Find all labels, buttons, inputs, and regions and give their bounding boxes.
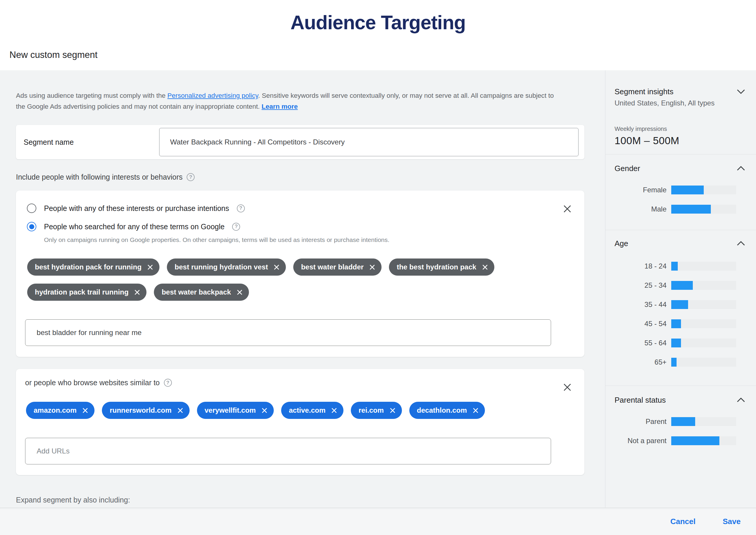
remove-icon[interactable]	[369, 265, 375, 270]
age-section: Age 18 - 24 25 - 34 35 - 44	[606, 230, 756, 386]
url-chip-label: verywellfit.com	[205, 406, 256, 414]
chevron-down-icon[interactable]	[737, 89, 745, 96]
url-chip[interactable]: amazon.com	[26, 402, 94, 419]
policy-disclaimer: Ads using audience targeting must comply…	[16, 90, 565, 112]
url-chip[interactable]: rei.com	[351, 402, 402, 419]
bar-fill	[671, 417, 695, 426]
websites-section-label-text: or people who browse websites similar to	[25, 379, 160, 387]
help-icon[interactable]: ?	[187, 173, 195, 181]
bar-fill	[671, 262, 678, 270]
keyword-chip-label: hydration pack trail running	[35, 288, 128, 296]
age-row: 55 - 64	[614, 333, 745, 352]
remove-icon[interactable]	[274, 265, 279, 270]
help-icon[interactable]: ?	[232, 223, 240, 231]
option-search-terms-label: People who searched for any of these ter…	[44, 222, 225, 231]
gender-title: Gender	[614, 164, 640, 173]
help-icon[interactable]: ?	[237, 205, 245, 212]
expand-segment-label: Expand segment by also including:	[16, 496, 130, 504]
remove-icon[interactable]	[134, 290, 140, 295]
search-terms-note: Only on campaigns running on Google prop…	[44, 236, 390, 243]
remove-icon[interactable]	[148, 265, 153, 270]
keyword-chip[interactable]: best hydration pack for running	[27, 259, 159, 276]
segment-name-input[interactable]	[159, 128, 579, 156]
add-urls-input[interactable]	[25, 438, 551, 465]
radio-selected-icon[interactable]	[27, 222, 36, 231]
keyword-chip[interactable]: best running hydration vest	[167, 259, 286, 276]
audience-targeting-screen: Audience Targeting New custom segment Ad…	[0, 0, 756, 535]
bar-track	[671, 300, 736, 309]
keyword-chip[interactable]: the best hydration pack	[389, 259, 494, 276]
learn-more-link[interactable]: Learn more	[262, 103, 298, 110]
personalized-advertising-policy-link[interactable]: Personalized advertising policy	[168, 92, 258, 99]
remove-icon[interactable]	[82, 408, 88, 413]
bar-track	[671, 417, 736, 426]
parental-status-title: Parental status	[614, 396, 666, 405]
bar-fill	[671, 436, 719, 445]
chevron-up-icon[interactable]	[737, 397, 745, 404]
keyword-chip[interactable]: best water bladder	[293, 259, 382, 276]
chevron-up-icon[interactable]	[737, 166, 745, 172]
remove-icon[interactable]	[262, 408, 267, 413]
bar-label: Male	[614, 205, 671, 213]
bar-track	[671, 262, 736, 270]
bar-label: Parent	[614, 417, 671, 426]
bar-track	[671, 185, 736, 194]
bar-label: 18 - 24	[614, 262, 671, 270]
keyword-chip-label: the best hydration pack	[397, 263, 476, 271]
bar-track	[671, 436, 736, 445]
bar-label: Not a parent	[614, 436, 671, 445]
bar-track	[671, 281, 736, 290]
remove-icon[interactable]	[390, 408, 395, 413]
remove-icon[interactable]	[482, 265, 488, 270]
remove-icon[interactable]	[473, 408, 478, 413]
keyword-input[interactable]	[25, 319, 551, 346]
age-row: 18 - 24	[614, 256, 745, 276]
bar-track	[671, 319, 736, 328]
remove-icon[interactable]	[177, 408, 183, 413]
dialog-footer: Cancel Save	[0, 508, 756, 535]
bar-track	[671, 205, 736, 213]
chevron-up-icon[interactable]	[737, 241, 745, 247]
url-chip[interactable]: active.com	[281, 402, 343, 419]
help-icon[interactable]: ?	[164, 379, 172, 387]
bar-track	[671, 358, 736, 367]
parental-status-section: Parental status Parent Not a parent	[606, 386, 756, 450]
bar-label: 45 - 54	[614, 320, 671, 328]
websites-section-label: or people who browse websites similar to…	[25, 379, 172, 387]
option-search-terms-row: People who searched for any of these ter…	[27, 222, 240, 231]
segment-insights-panel: Segment insights United States, English,…	[605, 70, 756, 508]
radio-unselected-icon[interactable]	[27, 204, 36, 213]
insights-header-section: Segment insights United States, English,…	[606, 70, 756, 155]
url-chip[interactable]: decathlon.com	[409, 402, 485, 419]
url-chip-label: amazon.com	[34, 406, 76, 414]
keyword-chip-label: best hydration pack for running	[35, 263, 142, 271]
remove-icon[interactable]	[237, 290, 242, 295]
keyword-chip-label: best water bladder	[301, 263, 364, 271]
gender-row-male: Male	[614, 199, 745, 219]
keyword-chip[interactable]: hydration pack trail running	[27, 284, 147, 301]
option-interests-label: People with any of these interests or pu…	[44, 204, 229, 213]
parental-row-parent: Parent	[614, 412, 745, 431]
close-icon[interactable]	[562, 204, 573, 214]
close-icon[interactable]	[562, 382, 573, 393]
parental-row-not-parent: Not a parent	[614, 431, 745, 450]
url-chip[interactable]: runnersworld.com	[102, 402, 189, 419]
url-chip[interactable]: verywellfit.com	[197, 402, 274, 419]
insights-subtitle: United States, English, All types	[614, 99, 715, 107]
age-row: 65+	[614, 352, 745, 372]
age-row: 35 - 44	[614, 295, 745, 314]
bar-label: 35 - 44	[614, 300, 671, 309]
cancel-button[interactable]: Cancel	[667, 515, 699, 528]
dialog-title: New custom segment	[10, 50, 97, 60]
keyword-chip-list: best hydration pack for running best run…	[27, 259, 559, 301]
keyword-chip[interactable]: best water backpack	[154, 284, 249, 301]
segment-name-card: Segment name	[16, 125, 584, 159]
bar-fill	[671, 205, 711, 213]
disclaimer-text-1: Ads using audience targeting must comply…	[16, 92, 168, 99]
remove-icon[interactable]	[331, 408, 337, 413]
gender-section: Gender Female Male	[606, 155, 756, 230]
age-row: 45 - 54	[614, 314, 745, 333]
keyword-chip-label: best water backpack	[162, 288, 231, 296]
save-button[interactable]: Save	[719, 515, 744, 528]
bar-label: Female	[614, 186, 671, 194]
